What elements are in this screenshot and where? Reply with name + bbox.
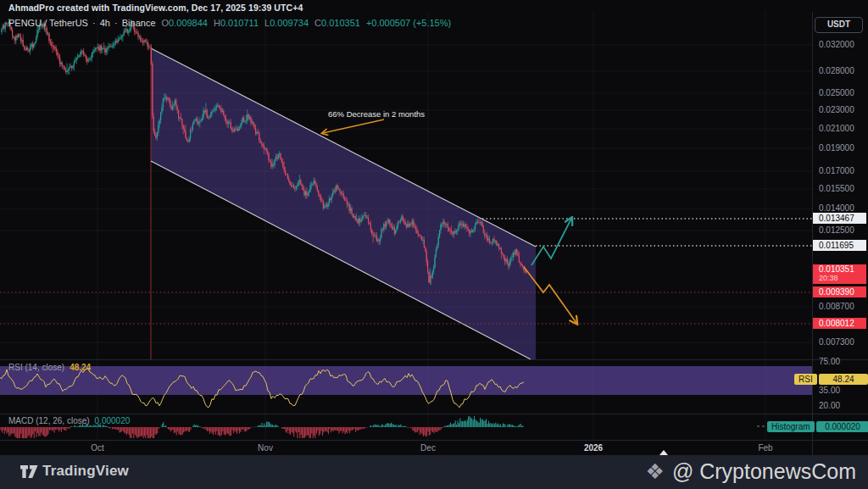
pane-separator-rsi[interactable] [0, 359, 868, 360]
price-axis-label: 0.023000 [819, 105, 854, 114]
ohlc-value: 0.009734 [270, 18, 309, 28]
pane-separator-timeaxis [0, 440, 868, 441]
price-axis-label: 0.017000 [819, 166, 854, 175]
ohlc-value: 0.010711 [220, 18, 259, 28]
exchange-label: Binance [122, 18, 156, 28]
price-axis-label: 0.012500 [819, 225, 854, 235]
separator-dot: · [112, 18, 120, 28]
tradingview-brand-text[interactable]: TradingView [42, 463, 129, 480]
separator-dot: · [90, 18, 98, 28]
rsi-axis-label: 20.00 [819, 401, 840, 410]
current-price-label: 0.010351 20:38 [813, 264, 866, 284]
price-axis-label: 0.032000 [819, 40, 854, 49]
time-axis-label: 2026 [584, 443, 603, 453]
tradingview-logo-icon[interactable] [20, 464, 38, 479]
watermark: ❖ @ CryptonewsCom [645, 458, 856, 484]
tradingview-chart-window: AhmadPro created with TradingView.com, D… [0, 0, 868, 489]
price-line-label: 0.013467 [813, 213, 866, 224]
time-axis-label: Feb [758, 443, 772, 453]
chart-canvas[interactable] [0, 0, 868, 489]
footer-bar: TradingView ❖ @ CryptonewsCom [0, 455, 868, 489]
time-axis-label: Dec [420, 443, 436, 453]
alert-price-label: 0.009390 [813, 286, 866, 297]
creator-credit: AhmadPro created with TradingView.com, D… [8, 3, 303, 13]
macd-title: MACD (12, 26, close) [8, 416, 90, 425]
bar-countdown: 20:38 [819, 274, 866, 282]
price-axis-label: 0.015500 [819, 184, 854, 193]
macd-value: 0.000020 [95, 416, 131, 425]
ohlc-letter: C [314, 18, 321, 28]
ohlc-values: O0.009844H0.010711L0.009734C0.010351 [156, 18, 360, 28]
price-axis-label: 0.028000 [819, 66, 854, 75]
pane-separator-macd[interactable] [0, 414, 868, 414]
rsi-legend[interactable]: RSI (14, close)48.24 [8, 363, 91, 372]
price-axis-label: 0.021000 [819, 124, 854, 133]
price-axis-label: 0.014000 [819, 203, 854, 213]
binance-logo-icon: ❖ [645, 458, 664, 484]
price-axis-label: 0.019000 [819, 143, 854, 153]
macd-histogram-badge: Histogram [767, 421, 815, 432]
time-axis-label: Nov [258, 443, 273, 453]
symbol-title[interactable]: PENGU / TetherUS [8, 18, 88, 28]
rsi-value: 48.24 [70, 363, 91, 372]
watermark-handle: @ CryptonewsCom [672, 459, 856, 484]
currency-toggle-button[interactable]: USDT [815, 17, 863, 33]
ohlc-letter: H [214, 18, 220, 28]
price-axis-label: 0.007300 [819, 337, 854, 347]
rsi-axis-label: 75.00 [819, 357, 840, 366]
ohlc-value: 0.009844 [169, 18, 208, 28]
decrease-annotation-text[interactable]: 66% Decrease in 2 months [328, 109, 425, 119]
macd-legend[interactable]: MACD (12, 26, close)0.000020 [8, 416, 130, 425]
rsi-axis-value: 48.24 [819, 374, 868, 385]
time-axis-label: Oct [91, 443, 104, 453]
price-line-label: 0.011695 [813, 240, 866, 251]
rsi-axis-label: 35.00 [819, 386, 840, 395]
price-change: +0.000507 (+5.15%) [366, 18, 451, 28]
symbol-info-bar[interactable]: PENGU / TetherUS · 4h · BinanceO0.009844… [8, 18, 451, 28]
rsi-title: RSI (14, close) [8, 363, 64, 372]
alert-price-label: 0.008012 [813, 318, 866, 329]
current-price: 0.010351 [819, 265, 866, 274]
axis-separator [812, 12, 813, 455]
macd-histogram-value: 0.000020 [816, 421, 868, 432]
rsi-axis-badge: RSI [794, 374, 817, 385]
ohlc-value: 0.010351 [321, 18, 360, 28]
interval-label[interactable]: 4h [100, 18, 110, 28]
ohlc-letter: O [162, 18, 170, 28]
price-axis-label: 0.025000 [819, 88, 854, 97]
price-axis-label: 0.008700 [819, 302, 854, 311]
